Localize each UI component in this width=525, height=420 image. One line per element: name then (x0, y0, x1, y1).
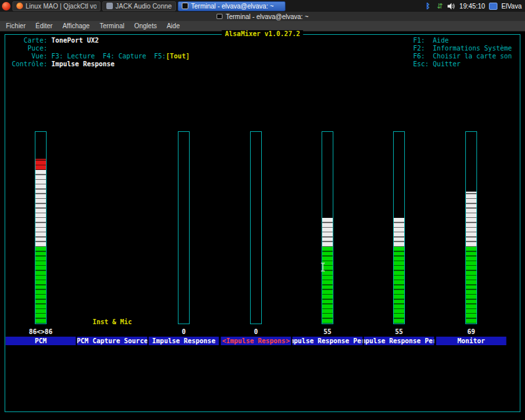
channel-value: 0 (148, 328, 220, 335)
updates-icon[interactable]: ⇵ (436, 2, 444, 10)
volume-bar[interactable] (322, 131, 333, 324)
terminal-icon (217, 14, 222, 19)
volume-bar-gradient (35, 159, 46, 324)
text-cursor-icon (320, 262, 326, 273)
user-label: ElVava (501, 3, 523, 10)
channel-value: 69 (435, 328, 507, 335)
volume-icon[interactable] (448, 2, 455, 10)
mixer-channel-5: 55Impulse Response Peri (363, 32, 435, 420)
taskbar-window-label: Terminal - elvava@elvava: ~ (191, 3, 274, 10)
volume-bar[interactable] (35, 131, 47, 324)
menu-onglets[interactable]: Onglets (134, 22, 156, 30)
firefox-icon (16, 3, 23, 9)
taskbar-window-0[interactable]: Linux MAO | QjackCtl voir... (12, 1, 100, 11)
volume-bar-fill (466, 192, 476, 324)
channel-label[interactable]: PCM Capture Source (77, 337, 148, 345)
bluetooth-icon[interactable]: ᛒ (424, 2, 432, 10)
channel-value: 55 (291, 328, 364, 335)
volume-bar[interactable] (250, 131, 262, 324)
window-title: Terminal - elvava@elvava: ~ (226, 13, 308, 20)
clock[interactable]: 19:45:10 (459, 3, 485, 10)
channel-value: 55 (363, 328, 435, 335)
volume-bar[interactable] (393, 131, 405, 324)
volume-bar-gradient (466, 192, 476, 324)
menu-terminal[interactable]: Terminal (100, 22, 125, 30)
channel-label[interactable]: Impulse Response Peri (364, 337, 434, 345)
enum-value[interactable]: Inst & Mic (76, 318, 148, 326)
top-panel: Linux MAO | QjackCtl voir...JACK Audio C… (0, 0, 525, 12)
app-menu-icon[interactable] (2, 2, 10, 10)
volume-bar[interactable] (178, 131, 190, 324)
volume-bar[interactable] (465, 131, 477, 324)
channel-label[interactable]: Impulse Response (149, 337, 219, 345)
terminal-icon (182, 3, 188, 9)
mixer-channel-4: 55Impulse Response Peri (291, 32, 364, 420)
mixer-channel-1: Inst & MicPCM Capture Source (76, 32, 148, 420)
mixer-channel-3: 0<Impulse Response> (220, 32, 292, 420)
window-titlebar[interactable]: Terminal - elvava@elvava: ~ (0, 12, 525, 21)
channels-layer: 86<>86PCMInst & MicPCM Capture Source0Im… (0, 32, 525, 420)
workspace-switcher[interactable] (489, 3, 497, 10)
taskbar-window-1[interactable]: JACK Audio Connection Kit... (102, 1, 176, 11)
system-tray: ᛒ ⇵ 19:45:10 ElVava (424, 2, 523, 10)
menu-aide[interactable]: Aide (167, 22, 180, 30)
mixer-channel-6: 69Monitor (435, 32, 507, 420)
terminal-viewport[interactable]: AlsaMixer v1.0.27.2 Carte: TonePort UX2 … (0, 32, 525, 420)
taskbar-window-label: Linux MAO | QjackCtl voir... (26, 3, 96, 10)
menu-affichage[interactable]: Affichage (62, 22, 90, 30)
channel-label[interactable]: PCM (6, 337, 76, 345)
mixer-channel-0: 86<>86PCM (5, 32, 77, 420)
channel-value: 86<>86 (5, 328, 77, 335)
mixer-channel-2: 0Impulse Response (148, 32, 220, 420)
selected-right-marker: > (285, 337, 289, 345)
volume-bar-gradient (394, 218, 404, 324)
channel-label-text: Impulse Response (226, 337, 286, 345)
channel-label[interactable]: Monitor (436, 337, 507, 345)
jack-icon (106, 3, 113, 9)
channel-value: 0 (220, 328, 292, 335)
taskbar-window-label: JACK Audio Connection Kit... (116, 3, 172, 10)
taskbar-window-2[interactable]: Terminal - elvava@elvava: ~ (178, 1, 285, 11)
menu-fichier[interactable]: Fichier (6, 22, 26, 30)
volume-bar-fill (394, 218, 404, 324)
channel-label[interactable]: Impulse Response Peri (293, 337, 363, 345)
volume-bar-fill (35, 159, 46, 324)
channel-label[interactable]: <Impulse Response> (221, 337, 291, 345)
taskbar-windows: Linux MAO | QjackCtl voir...JACK Audio C… (12, 1, 285, 11)
menu-editer[interactable]: Éditer (35, 22, 52, 30)
